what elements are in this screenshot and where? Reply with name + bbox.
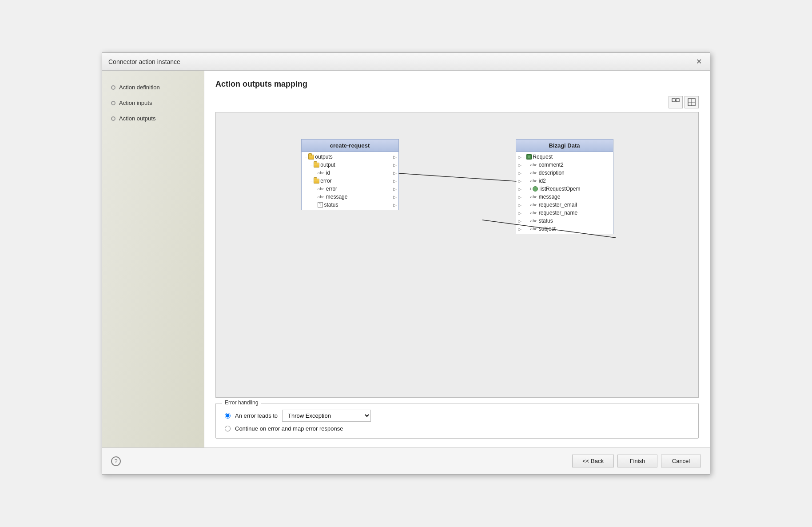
close-button[interactable]: ✕ xyxy=(694,57,704,67)
arrow-right-icon: ▷ xyxy=(393,187,397,192)
relation-icon xyxy=(533,186,538,192)
arrow-right-icon: ▷ xyxy=(393,171,397,176)
row-label: error xyxy=(326,186,337,192)
table-row: ▷ abc comment2 xyxy=(516,161,613,169)
abc-icon: abc xyxy=(318,195,325,199)
table-row: 1 status ▷ xyxy=(302,201,398,209)
table-row: ▷ abc message xyxy=(516,193,613,201)
mapping-inner: create-request − outputs ▷ xyxy=(216,112,698,397)
layout-icon xyxy=(672,98,680,106)
right-table-body: ▷ − Request ▷ abc comment2 xyxy=(516,152,613,234)
footer-buttons: << Back Finish Cancel xyxy=(572,455,701,467)
cancel-button[interactable]: Cancel xyxy=(661,455,701,467)
expand-icon[interactable]: + xyxy=(529,187,532,192)
abc-icon: abc xyxy=(530,179,537,183)
arrow-right-icon: ▷ xyxy=(393,163,397,168)
arrow-right-icon: ▷ xyxy=(393,179,397,184)
arrow-right-icon: ▷ xyxy=(393,203,397,208)
error-handling-legend: Error handling xyxy=(222,399,261,406)
sidebar-dot xyxy=(111,116,115,121)
arrow-left-icon: ▷ xyxy=(518,171,521,176)
row-label: id2 xyxy=(539,178,546,184)
row-label: status xyxy=(324,202,338,208)
table-row: − outputs ▷ xyxy=(302,153,398,161)
abc-icon: abc xyxy=(530,211,537,215)
arrow-left-icon: ▷ xyxy=(518,187,521,192)
sidebar-item-action-inputs[interactable]: Action inputs xyxy=(111,100,195,106)
dialog: Connector action instance ✕ Action defin… xyxy=(102,52,710,475)
svg-rect-1 xyxy=(676,99,679,102)
table-row: ▷ abc status xyxy=(516,217,613,225)
expand-icon[interactable]: − xyxy=(310,179,313,184)
mapping-canvas: create-request − outputs ▷ xyxy=(215,112,699,398)
radio-label-1: An error leads to xyxy=(235,412,278,419)
arrow-left-icon: ▷ xyxy=(518,155,521,160)
row-label: message xyxy=(539,194,561,200)
abc-icon: abc xyxy=(530,163,537,167)
num-icon: 1 xyxy=(318,202,323,208)
abc-icon: abc xyxy=(530,195,537,199)
sidebar-item-label: Action outputs xyxy=(119,115,155,122)
radio-error-leads-to[interactable] xyxy=(225,413,231,419)
sidebar: Action definition Action inputs Action o… xyxy=(102,71,204,447)
title-bar: Connector action instance ✕ xyxy=(102,53,710,71)
finish-button[interactable]: Finish xyxy=(617,455,657,467)
row-label: requester_name xyxy=(539,210,577,216)
expand-icon[interactable]: − xyxy=(305,155,308,160)
row-label: requester_email xyxy=(539,202,577,208)
radio-continue-on-error[interactable] xyxy=(225,426,231,431)
arrow-left-icon: ▷ xyxy=(518,227,521,232)
grid-icon xyxy=(688,98,696,106)
row-label: message xyxy=(326,194,348,200)
row-label: subject xyxy=(539,226,556,232)
table-row: − error ▷ xyxy=(302,177,398,185)
left-table-body: − outputs ▷ − output ▷ xyxy=(302,152,398,210)
dialog-body: Action definition Action inputs Action o… xyxy=(102,71,710,447)
sidebar-dot xyxy=(111,85,115,90)
footer: ? << Back Finish Cancel xyxy=(102,447,710,474)
table-row: ▷ abc id2 xyxy=(516,177,613,185)
expand-icon[interactable]: − xyxy=(310,163,313,168)
arrow-left-icon: ▷ xyxy=(518,219,521,224)
toolbar xyxy=(215,96,699,108)
connector-svg xyxy=(216,112,698,397)
help-icon[interactable]: ? xyxy=(111,456,121,466)
table-row: ▷ abc subject xyxy=(516,225,613,233)
abc-icon: abc xyxy=(318,171,325,175)
row-label: id xyxy=(326,170,330,176)
table-row: abc message ▷ xyxy=(302,193,398,201)
error-handling-dropdown[interactable]: Throw Exception Continue Map Error Respo… xyxy=(282,410,371,422)
expand-icon[interactable]: − xyxy=(523,155,526,160)
sidebar-item-action-outputs[interactable]: Action outputs xyxy=(111,115,195,122)
folder-icon xyxy=(314,179,319,184)
abc-icon: abc xyxy=(530,203,537,207)
radio-row-2: Continue on error and map error response xyxy=(225,425,689,432)
sidebar-item-action-definition[interactable]: Action definition xyxy=(111,84,195,91)
left-table-header: create-request xyxy=(302,140,398,152)
main-content: Action outputs mapping xyxy=(204,71,710,447)
svg-rect-0 xyxy=(672,99,675,102)
row-label: comment2 xyxy=(539,162,564,168)
back-button[interactable]: << Back xyxy=(572,455,614,467)
arrow-left-icon: ▷ xyxy=(518,179,521,184)
table-row: − output ▷ xyxy=(302,161,398,169)
toolbar-grid-btn[interactable] xyxy=(685,96,699,108)
page-title: Action outputs mapping xyxy=(215,80,699,89)
row-label: description xyxy=(539,170,565,176)
table-row: ▷ abc requester_name xyxy=(516,209,613,217)
toolbar-layout-btn[interactable] xyxy=(669,96,683,108)
left-mapping-table: create-request − outputs ▷ xyxy=(301,139,399,210)
sidebar-dot xyxy=(111,101,115,105)
table-row: ▷ − Request xyxy=(516,153,613,161)
arrow-left-icon: ▷ xyxy=(518,211,521,216)
sidebar-item-label: Action inputs xyxy=(119,100,152,106)
arrow-left-icon: ▷ xyxy=(518,203,521,208)
abc-icon: abc xyxy=(530,227,537,231)
abc-icon: abc xyxy=(318,187,325,191)
row-label: Request xyxy=(533,154,553,160)
row-label: error xyxy=(320,178,331,184)
arrow-right-icon: ▷ xyxy=(393,155,397,160)
radio-label-2: Continue on error and map error response xyxy=(235,425,343,432)
table-row: ▷ abc description xyxy=(516,169,613,177)
table-row: ▷ abc requester_email xyxy=(516,201,613,209)
